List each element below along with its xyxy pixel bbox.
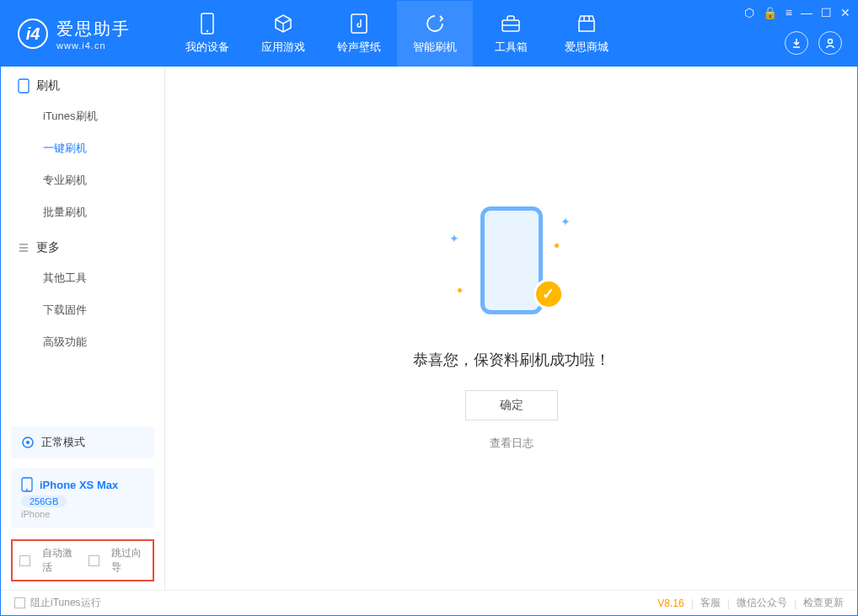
check-badge-icon: ✓ — [534, 279, 564, 309]
window-controls: ⬡ 🔒 ≡ — ☐ ✕ — [744, 6, 850, 19]
block-itunes-checkbox[interactable] — [14, 597, 25, 608]
nav-tab-ringtone[interactable]: 铃声壁纸 — [321, 1, 397, 67]
skip-wizard-checkbox[interactable] — [88, 555, 99, 566]
svg-point-7 — [26, 441, 29, 444]
sparkle-icon: ✦ — [560, 215, 571, 228]
device-storage: 256GB — [21, 495, 67, 507]
nav-tab-flash[interactable]: 智能刷机 — [397, 1, 473, 67]
nav-tab-store[interactable]: 爱思商城 — [549, 1, 625, 67]
status-bar: 阻止iTunes运行 V8.16 | 客服 | 微信公众号 | 检查更新 — [1, 590, 857, 615]
list-icon — [18, 242, 29, 254]
minimize-icon[interactable]: — — [801, 6, 812, 19]
header-right-icons — [785, 31, 842, 55]
svg-point-4 — [829, 40, 833, 44]
block-itunes-label: 阻止iTunes运行 — [30, 596, 101, 610]
device-type: iPhone — [21, 509, 144, 519]
app-header: i4 爱思助手 www.i4.cn 我的设备 应用游戏 铃声壁纸 智能刷机 工具… — [1, 1, 857, 67]
sidebar-item-advanced[interactable]: 高级功能 — [1, 326, 164, 358]
mode-label: 正常模式 — [41, 435, 85, 450]
device-phone-icon — [21, 477, 33, 492]
main-content: ✦ ✦ ✓ 恭喜您，保资料刷机成功啦！ 确定 查看日志 — [165, 67, 857, 590]
logo-area: i4 爱思助手 www.i4.cn — [1, 18, 169, 51]
sidebar-item-itunes-flash[interactable]: iTunes刷机 — [1, 100, 164, 132]
phone-small-icon — [18, 78, 29, 94]
sidebar-item-other-tools[interactable]: 其他工具 — [1, 262, 164, 294]
device-mode-box[interactable]: 正常模式 — [11, 426, 154, 458]
music-file-icon — [348, 13, 370, 35]
dot-icon — [458, 288, 462, 292]
nav-label: 应用游戏 — [261, 40, 305, 55]
nav-tab-apps[interactable]: 应用游戏 — [245, 1, 321, 67]
device-info-box[interactable]: iPhone XS Max 256GB iPhone — [11, 469, 154, 528]
dot-icon — [555, 244, 559, 248]
nav-label: 智能刷机 — [413, 40, 457, 55]
footer-link-wechat[interactable]: 微信公众号 — [737, 596, 787, 610]
phone-illustration — [480, 206, 543, 314]
view-log-link[interactable]: 查看日志 — [490, 436, 534, 451]
success-illustration: ✦ ✦ ✓ — [461, 206, 562, 324]
sidebar-item-pro-flash[interactable]: 专业刷机 — [1, 164, 164, 196]
ok-button[interactable]: 确定 — [465, 390, 558, 420]
phone-icon — [196, 13, 218, 35]
sidebar-section-more: 更多 — [1, 228, 164, 262]
app-subtitle: www.i4.cn — [56, 40, 131, 51]
svg-rect-5 — [19, 79, 29, 93]
shirt-icon[interactable]: ⬡ — [744, 6, 754, 19]
sparkle-icon: ✦ — [449, 232, 459, 245]
skip-wizard-label: 跳过向导 — [111, 546, 146, 575]
menu-icon[interactable]: ≡ — [786, 6, 792, 19]
refresh-shield-icon — [424, 13, 446, 35]
nav-tab-toolbox[interactable]: 工具箱 — [473, 1, 549, 67]
sidebar-item-batch-flash[interactable]: 批量刷机 — [1, 196, 164, 228]
app-body: 刷机 iTunes刷机 一键刷机 专业刷机 批量刷机 更多 其他工具 下载固件 … — [1, 67, 857, 590]
svg-point-9 — [26, 489, 28, 490]
toolbox-icon — [500, 13, 522, 35]
nav-label: 铃声壁纸 — [337, 40, 381, 55]
nav-label: 爱思商城 — [565, 40, 609, 55]
sidebar-item-oneclick-flash[interactable]: 一键刷机 — [1, 132, 164, 164]
nav-label: 我的设备 — [185, 40, 229, 55]
cube-icon — [272, 13, 294, 35]
options-highlighted-row: 自动激活 跳过向导 — [11, 539, 154, 581]
nav-label: 工具箱 — [495, 40, 528, 55]
sidebar-item-download-firmware[interactable]: 下载固件 — [1, 294, 164, 326]
sidebar: 刷机 iTunes刷机 一键刷机 专业刷机 批量刷机 更多 其他工具 下载固件 … — [1, 67, 165, 590]
auto-activate-label: 自动激活 — [42, 546, 77, 575]
close-icon[interactable]: ✕ — [840, 6, 850, 19]
lock-icon[interactable]: 🔒 — [763, 6, 777, 19]
store-icon — [576, 13, 598, 35]
footer-link-support[interactable]: 客服 — [700, 596, 721, 610]
maximize-icon[interactable]: ☐ — [821, 6, 832, 19]
app-title: 爱思助手 — [56, 18, 131, 40]
version-label: V8.16 — [657, 597, 684, 609]
success-message: 恭喜您，保资料刷机成功啦！ — [413, 350, 610, 370]
svg-point-1 — [206, 30, 208, 32]
footer-link-update[interactable]: 检查更新 — [803, 596, 844, 610]
download-button[interactable] — [785, 31, 808, 55]
nav-tab-my-device[interactable]: 我的设备 — [169, 1, 245, 67]
app-logo-icon: i4 — [18, 19, 48, 49]
nav-tabs: 我的设备 应用游戏 铃声壁纸 智能刷机 工具箱 爱思商城 — [169, 1, 625, 67]
device-name: iPhone XS Max — [40, 479, 118, 491]
sidebar-section-flash: 刷机 — [1, 67, 164, 100]
auto-activate-checkbox[interactable] — [19, 555, 30, 566]
mode-icon — [21, 436, 35, 449]
user-button[interactable] — [818, 31, 842, 55]
